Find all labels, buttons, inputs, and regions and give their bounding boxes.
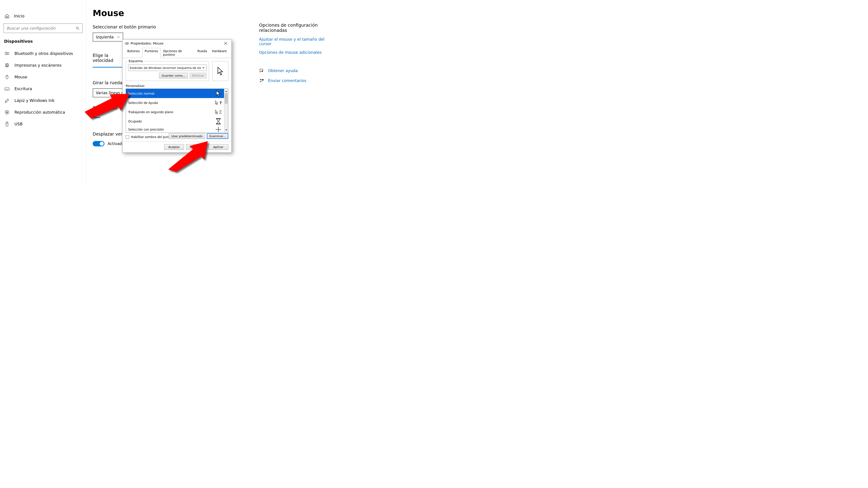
dialog-icon (125, 42, 129, 45)
list-item-label: Selección con precisión (128, 128, 164, 131)
sidebar-item-printers[interactable]: Impresoras y escáneres (0, 59, 86, 71)
cursor-precision-icon (215, 126, 222, 133)
feedback-label: Enviar comentarios (268, 78, 307, 83)
search-icon (75, 26, 80, 30)
tab-buttons[interactable]: Botones (125, 48, 142, 58)
mouse-properties-dialog: Propiedades: Mouse Botones Punteros Opci… (122, 39, 232, 153)
list-item-precision[interactable]: Selección con precisión (126, 126, 224, 133)
sidebar-home[interactable]: Inicio (0, 11, 86, 21)
tab-pointers[interactable]: Punteros (142, 48, 160, 58)
wheel-value: Varias líneas ca (96, 91, 126, 95)
mouse-icon (4, 74, 9, 79)
tabstrip: Botones Punteros Opciones de puntero Rue… (123, 47, 231, 58)
cursor-arrow-icon (215, 90, 222, 97)
save-as-button[interactable]: Guardar como... (159, 73, 188, 78)
sidebar: Inicio Dispositivos Bluetooth y otros di… (0, 0, 86, 185)
primary-button-select[interactable]: Izquierda (93, 33, 123, 41)
delete-button: Eliminar (190, 73, 207, 78)
sidebar-item-bluetooth[interactable]: Bluetooth y otros dispositivos (0, 48, 86, 59)
apply-button[interactable]: Aplicar (209, 144, 228, 150)
help-label: Obtener ayuda (268, 68, 298, 73)
tab-pointer-options[interactable]: Opciones de puntero (160, 48, 195, 58)
related-rail: Opciones de configuración relacionadas A… (259, 23, 324, 83)
svg-rect-5 (6, 66, 8, 67)
sidebar-item-label: Escritura (14, 87, 32, 91)
chevron-down-icon (117, 35, 120, 39)
sidebar-item-label: Reproducción automática (14, 110, 65, 115)
search-input[interactable] (4, 24, 83, 33)
sidebar-item-autoplay[interactable]: Reproducción automática (0, 106, 86, 118)
scheme-group: Esquema Estándar de Windows (enorme) (es… (126, 61, 209, 81)
tab-hardware[interactable]: Hardware (210, 48, 229, 58)
sidebar-item-pen[interactable]: Lápiz y Windows Ink (0, 95, 86, 106)
scrollbar-thumb[interactable] (225, 93, 228, 104)
customize-label: Personalizar: (126, 84, 228, 88)
get-help-link[interactable]: ? Obtener ayuda (259, 68, 324, 73)
list-item-normal[interactable]: Selección normal (126, 89, 224, 98)
printer-icon (4, 63, 9, 68)
search-field[interactable] (6, 26, 75, 31)
scheme-select[interactable]: Estándar de Windows (enorme) (esquema de… (128, 65, 207, 71)
list-item-label: Selección normal (128, 92, 154, 95)
feedback-link[interactable]: Enviar comentarios (259, 78, 324, 83)
scroll-inactive-toggle[interactable]: Activado (93, 141, 124, 147)
home-icon (4, 13, 9, 19)
cursor-help-icon: ? (215, 99, 222, 106)
sidebar-item-mouse[interactable]: Mouse (0, 71, 86, 83)
usb-icon (4, 122, 9, 127)
autoplay-icon (4, 110, 9, 115)
sidebar-item-label: Mouse (14, 75, 27, 79)
list-item-label: Selección de Ayuda (128, 101, 158, 105)
svg-rect-4 (6, 64, 8, 65)
tab-wheel[interactable]: Rueda (195, 48, 209, 58)
close-icon (224, 42, 227, 45)
cursor-working-icon (215, 109, 222, 116)
page-title: Mouse (93, 8, 251, 18)
svg-rect-22 (216, 124, 221, 124)
sidebar-item-label: USB (14, 122, 23, 126)
close-button[interactable] (221, 40, 230, 47)
list-item-label: Ocupado (128, 120, 142, 123)
list-item-label: Trabajando en segundo plano (128, 110, 173, 114)
sidebar-item-label: Bluetooth y otros dispositivos (14, 51, 73, 56)
dialog-titlebar[interactable]: Propiedades: Mouse (123, 39, 231, 47)
list-item-help[interactable]: Selección de Ayuda ? (126, 98, 224, 107)
section-header: Dispositivos (0, 37, 86, 48)
rail-link-cursor-size[interactable]: Ajustar el mouse y el tamaño del cursor (259, 37, 324, 46)
toggle-switch[interactable] (93, 141, 104, 147)
bluetooth-icon (4, 51, 9, 56)
dialog-footer: Aceptar Cancelar Aplicar (123, 141, 231, 153)
svg-rect-8 (5, 88, 9, 90)
shadow-checkbox[interactable] (126, 135, 129, 139)
primary-button-label: Seleccionar el botón primario (93, 24, 251, 29)
ok-button[interactable]: Aceptar (164, 144, 184, 150)
svg-rect-1 (5, 52, 7, 55)
svg-rect-15 (6, 122, 8, 123)
keyboard-icon (4, 86, 9, 91)
rail-link-additional[interactable]: Opciones de mouse adicionales (259, 50, 324, 55)
lines-slider[interactable] (93, 117, 100, 118)
list-item-background[interactable]: Trabajando en segundo plano (126, 107, 224, 117)
browse-button[interactable]: Examinar... (207, 133, 228, 139)
primary-button-value: Izquierda (96, 35, 114, 39)
svg-point-19 (260, 79, 261, 80)
cursor-busy-icon (215, 118, 222, 125)
speed-label: Elige la velocidad (93, 53, 122, 68)
sidebar-item-usb[interactable]: USB (0, 118, 86, 130)
help-icon: ? (259, 68, 264, 73)
scrollbar[interactable] (224, 89, 228, 133)
svg-point-0 (76, 27, 78, 29)
shadow-label: Habilitar sombra del puntero (131, 135, 175, 139)
dialog-title: Propiedades: Mouse (131, 41, 221, 45)
rail-title: Opciones de configuración relacionadas (259, 23, 324, 33)
dialog-body: Esquema Estándar de Windows (enorme) (es… (123, 58, 231, 141)
svg-rect-21 (216, 119, 221, 119)
list-item-busy[interactable]: Ocupado (126, 117, 224, 126)
cancel-button[interactable]: Cancelar (186, 144, 206, 150)
sidebar-item-label: Lápiz y Windows Ink (14, 98, 55, 103)
svg-rect-16 (6, 123, 8, 126)
scheme-legend: Esquema (128, 59, 144, 63)
svg-text:?: ? (219, 101, 222, 105)
use-default-button[interactable]: Usar predeterminado (169, 133, 205, 139)
sidebar-item-typing[interactable]: Escritura (0, 83, 86, 95)
